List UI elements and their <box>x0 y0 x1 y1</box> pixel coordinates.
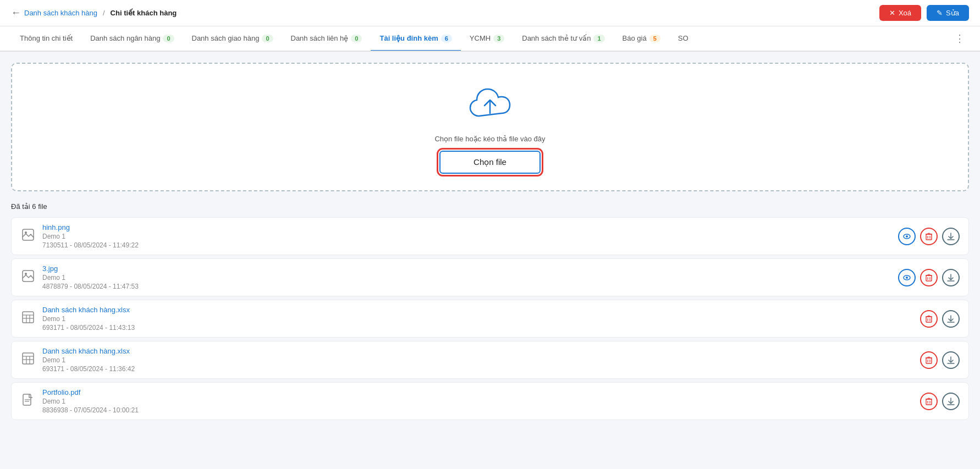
file-meta-line2: 693171 - 08/05/2024 - 11:43:13 <box>42 324 135 332</box>
tab-label: Tài liệu đính kèm <box>379 34 438 42</box>
download-file-button[interactable] <box>942 228 960 245</box>
tab-label: Danh sách thẻ tư vấn <box>522 34 591 42</box>
delete-file-button[interactable] <box>920 269 938 286</box>
file-name[interactable]: Danh sách khách hàng.xlsx <box>42 306 135 314</box>
upload-instruction: Chọn file hoặc kéo thả file vào đây <box>434 135 545 143</box>
main-content: Chọn file hoặc kéo thả file vào đây Chọn… <box>0 52 980 431</box>
delete-file-button[interactable] <box>920 393 938 410</box>
file-type-icon <box>20 394 36 409</box>
tab-badge: 0 <box>163 35 174 42</box>
upload-area[interactable]: Chọn file hoặc kéo thả file vào đây Chọn… <box>11 63 969 191</box>
file-meta-line2: 8836938 - 07/05/2024 - 10:00:21 <box>42 406 139 414</box>
file-info: hinh.png Demo 1 7130511 - 08/05/2024 - 1… <box>42 223 139 249</box>
tab-badge: 6 <box>441 35 452 42</box>
delete-label: Xoá <box>899 9 911 17</box>
file-name[interactable]: Danh sách khách hàng.xlsx <box>42 347 135 355</box>
tab-label: Danh sách ngân hàng <box>90 34 160 42</box>
download-file-button[interactable] <box>942 393 960 410</box>
svg-rect-26 <box>926 317 932 322</box>
svg-rect-37 <box>926 358 932 363</box>
file-left: Portfolio.pdf Demo 1 8836938 - 07/05/202… <box>20 388 139 414</box>
choose-file-button[interactable]: Chọn file <box>439 151 541 174</box>
tab-thong-tin-chi-tiet[interactable]: Thông tin chi tiết <box>11 26 81 52</box>
tab-label: YCMH <box>470 34 491 42</box>
file-info: Danh sách khách hàng.xlsx Demo 1 693171 … <box>42 347 135 373</box>
delete-button[interactable]: ✕ Xoá <box>879 5 921 21</box>
delete-file-button[interactable] <box>920 310 938 328</box>
file-actions <box>898 228 960 245</box>
back-button[interactable]: ← <box>11 7 21 19</box>
tab-bao-gia[interactable]: Báo giá 5 <box>614 26 669 52</box>
file-actions <box>920 310 960 328</box>
file-actions <box>920 393 960 410</box>
file-actions <box>898 269 960 286</box>
download-file-button[interactable] <box>942 351 960 369</box>
file-meta-line2: 7130511 - 08/05/2024 - 11:49:22 <box>42 241 139 249</box>
file-left: hinh.png Demo 1 7130511 - 08/05/2024 - 1… <box>20 223 139 249</box>
tab-label: SO <box>678 34 689 42</box>
topbar: ← Danh sách khách hàng / Chi tiết khách … <box>0 0 980 26</box>
file-meta-line1: Demo 1 <box>42 274 139 282</box>
delete-file-button[interactable] <box>920 351 938 369</box>
delete-file-button[interactable] <box>920 228 938 245</box>
file-name[interactable]: 3.jpg <box>42 264 139 273</box>
download-file-button[interactable] <box>942 269 960 286</box>
view-button[interactable] <box>898 228 916 245</box>
tab-danh-sach-ngan-hang[interactable]: Danh sách ngân hàng 0 <box>81 26 183 52</box>
file-type-icon <box>20 229 36 244</box>
file-actions <box>920 351 960 369</box>
file-item: Danh sách khách hàng.xlsx Demo 1 693171 … <box>11 341 969 379</box>
svg-rect-21 <box>23 312 34 323</box>
file-item: Portfolio.pdf Demo 1 8836938 - 07/05/202… <box>11 382 969 420</box>
file-meta-line1: Demo 1 <box>42 315 135 323</box>
tab-label: Báo giá <box>623 34 647 42</box>
file-name[interactable]: Portfolio.pdf <box>42 388 139 396</box>
svg-rect-32 <box>23 353 34 364</box>
edit-label: Sửa <box>946 9 959 17</box>
svg-rect-15 <box>926 275 932 281</box>
file-name[interactable]: hinh.png <box>42 223 139 231</box>
breadcrumb-current: Chi tiết khách hàng <box>111 9 177 17</box>
breadcrumb-link[interactable]: Danh sách khách hàng <box>24 9 97 17</box>
file-type-icon <box>20 352 36 367</box>
file-meta-line2: 4878879 - 08/05/2024 - 11:47:53 <box>42 283 139 290</box>
tab-badge: 3 <box>493 35 504 42</box>
more-tabs-button[interactable]: ⋮ <box>950 28 969 49</box>
cloud-upload-icon <box>468 86 512 126</box>
file-left: Danh sách khách hàng.xlsx Demo 1 693171 … <box>20 347 135 373</box>
file-list: hinh.png Demo 1 7130511 - 08/05/2024 - 1… <box>11 217 969 420</box>
tab-danh-sach-giao-hang[interactable]: Danh sách giao hàng 0 <box>183 26 282 52</box>
tab-danh-sach-the-tu-van[interactable]: Danh sách thẻ tư vấn 1 <box>513 26 613 52</box>
file-info: 3.jpg Demo 1 4878879 - 08/05/2024 - 11:4… <box>42 264 139 290</box>
file-meta-line2: 693171 - 08/05/2024 - 11:36:42 <box>42 365 135 373</box>
edit-button[interactable]: ✎ Sửa <box>927 5 969 21</box>
svg-point-14 <box>906 277 908 279</box>
download-file-button[interactable] <box>942 310 960 328</box>
file-meta-line1: Demo 1 <box>42 398 139 405</box>
tab-ycmh[interactable]: YCMH 3 <box>461 26 513 52</box>
topbar-left: ← Danh sách khách hàng / Chi tiết khách … <box>11 7 177 19</box>
tabs-bar: Thông tin chi tiết Danh sách ngân hàng 0… <box>0 26 980 52</box>
view-button[interactable] <box>898 269 916 286</box>
tab-label: Danh sách giao hàng <box>192 34 260 42</box>
tab-badge: 0 <box>351 35 362 42</box>
file-item: hinh.png Demo 1 7130511 - 08/05/2024 - 1… <box>11 217 969 255</box>
file-item: Danh sách khách hàng.xlsx Demo 1 693171 … <box>11 300 969 338</box>
file-count-label: Đã tải 6 file <box>11 202 969 211</box>
file-item: 3.jpg Demo 1 4878879 - 08/05/2024 - 11:4… <box>11 258 969 296</box>
edit-icon: ✎ <box>937 9 943 17</box>
tab-badge: 5 <box>649 35 660 42</box>
tab-label: Thông tin chi tiết <box>20 34 73 42</box>
file-meta-line1: Demo 1 <box>42 356 135 364</box>
file-left: 3.jpg Demo 1 4878879 - 08/05/2024 - 11:4… <box>20 264 139 290</box>
svg-rect-46 <box>926 399 932 405</box>
tab-badge: 0 <box>262 35 273 42</box>
x-icon: ✕ <box>889 9 895 17</box>
tab-label: Danh sách liên hệ <box>291 34 349 42</box>
tab-so[interactable]: SO <box>669 26 697 52</box>
tab-danh-sach-lien-he[interactable]: Danh sách liên hệ 0 <box>282 26 371 52</box>
tab-tai-lieu-dinh-kem[interactable]: Tài liệu đính kèm 6 <box>371 26 460 52</box>
file-meta-line1: Demo 1 <box>42 233 139 240</box>
file-type-icon <box>20 270 36 285</box>
svg-point-4 <box>906 235 908 238</box>
